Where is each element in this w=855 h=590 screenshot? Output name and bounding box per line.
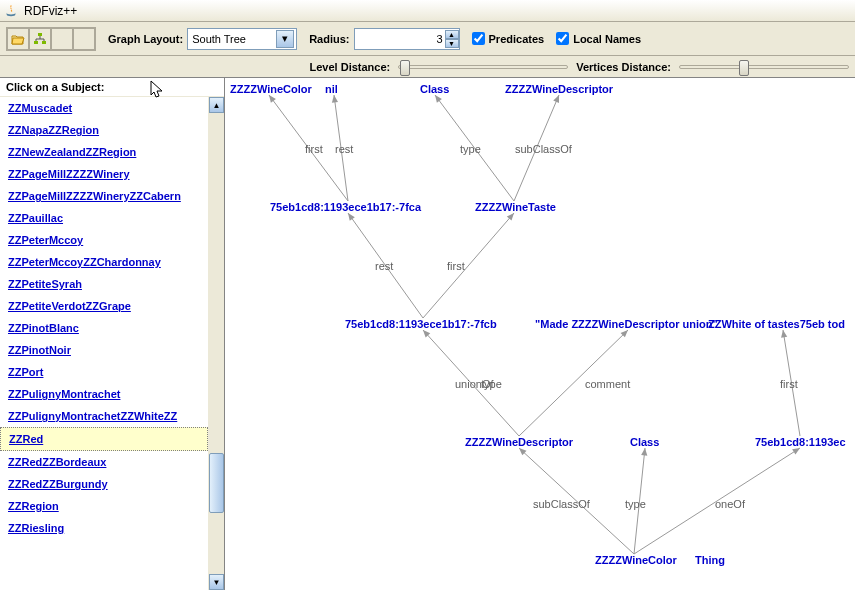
graph-node[interactable]: Class	[420, 83, 449, 95]
graph-node[interactable]: ZZZZWineColor	[595, 554, 677, 566]
radius-input[interactable]: ▲▼	[354, 28, 460, 50]
svg-rect-2	[42, 41, 46, 44]
subject-item[interactable]: ZZPort	[0, 361, 208, 383]
svg-marker-6	[332, 95, 338, 103]
svg-marker-20	[781, 330, 787, 338]
main: Click on a Subject: ZZMuscadetZZNapaZZRe…	[0, 78, 855, 590]
subject-item[interactable]: ZZPinotBlanc	[0, 317, 208, 339]
graph-layout-label: Graph Layout:	[108, 33, 183, 45]
subject-header-text: Click on a Subject:	[6, 81, 104, 93]
window-title: RDFviz++	[24, 4, 77, 18]
radius-field[interactable]	[355, 33, 445, 45]
scroll-thumb[interactable]	[209, 453, 224, 513]
localnames-check[interactable]	[556, 32, 569, 45]
subject-list[interactable]: ZZMuscadetZZNapaZZRegionZZNewZealandZZRe…	[0, 97, 208, 590]
graph-node[interactable]: 75eb1cd8:1193ece1b17:-7fca	[270, 201, 421, 213]
subject-item[interactable]: ZZPulignyMontrachet	[0, 383, 208, 405]
radius-spinner[interactable]: ▲▼	[445, 30, 459, 48]
distance-bar: Level Distance: Vertices Distance:	[0, 56, 855, 78]
subject-item[interactable]: ZZRed	[0, 427, 208, 451]
tree-icon	[34, 33, 46, 45]
scroll-down-icon[interactable]: ▼	[209, 574, 224, 590]
graph-layout-dropdown[interactable]: South Tree ▾	[187, 28, 297, 50]
subject-item[interactable]: ZZPauillac	[0, 207, 208, 229]
svg-marker-4	[269, 95, 276, 103]
edge-label: oneOf	[715, 498, 745, 510]
graph-node[interactable]: ZZZZWineDescriptor	[505, 83, 613, 95]
toolbar-empty-2[interactable]	[73, 28, 95, 50]
edge-label: first	[780, 378, 798, 390]
java-icon	[4, 4, 18, 18]
subject-panel: Click on a Subject: ZZMuscadetZZNapaZZRe…	[0, 78, 225, 590]
subject-item[interactable]: ZZPetiteSyrah	[0, 273, 208, 295]
spin-up-icon[interactable]: ▲	[445, 30, 459, 39]
subject-header: Click on a Subject:	[0, 78, 224, 97]
edge-label: type	[481, 378, 502, 390]
chevron-down-icon: ▾	[276, 30, 294, 48]
vertices-distance-label: Vertices Distance:	[576, 61, 671, 73]
scrollbar[interactable]: ▲ ▼	[208, 97, 224, 590]
graph-node[interactable]: 75eb1cd8:1193ece1b17:-7fcb	[345, 318, 497, 330]
scroll-up-icon[interactable]: ▲	[209, 97, 224, 113]
edge-label: type	[460, 143, 481, 155]
graph-node[interactable]: ZZZZWineColor	[230, 83, 312, 95]
graph-canvas[interactable]: ZZZZWineColornilClassZZZZWineDescriptor7…	[225, 78, 855, 590]
edge-label: subClassOf	[533, 498, 590, 510]
toolbar-empty-1[interactable]	[51, 28, 73, 50]
toolbar: Graph Layout: South Tree ▾ Radius: ▲▼ Pr…	[0, 22, 855, 56]
svg-marker-24	[641, 448, 647, 456]
subject-item[interactable]: ZZPetiteVerdotZZGrape	[0, 295, 208, 317]
localnames-label: Local Names	[573, 33, 641, 45]
subject-item[interactable]: ZZMuscadet	[0, 97, 208, 119]
open-button[interactable]	[7, 28, 29, 50]
subject-item[interactable]: ZZPulignyMontrachetZZWhiteZZ	[0, 405, 208, 427]
edge-label: type	[625, 498, 646, 510]
subject-item[interactable]: ZZRedZZBordeaux	[0, 451, 208, 473]
subject-item[interactable]: ZZPageMillZZZZWinery	[0, 163, 208, 185]
titlebar: RDFviz++	[0, 0, 855, 22]
svg-marker-12	[348, 213, 355, 221]
graph-node[interactable]: ZZWhite of tastes75eb tod	[708, 318, 845, 330]
graph-layout-value: South Tree	[192, 33, 272, 45]
edge-label: comment	[585, 378, 630, 390]
subject-item[interactable]: ZZNewZealandZZRegion	[0, 141, 208, 163]
subject-item[interactable]: ZZPinotNoir	[0, 339, 208, 361]
subject-item[interactable]: ZZPageMillZZZZWineryZZCabern	[0, 185, 208, 207]
edge-label: subClassOf	[515, 143, 572, 155]
graph-node[interactable]: ZZZZWineTaste	[475, 201, 556, 213]
level-distance-slider[interactable]	[398, 59, 568, 75]
subject-item[interactable]: ZZRiesling	[0, 517, 208, 539]
localnames-checkbox[interactable]: Local Names	[556, 32, 641, 45]
vertices-distance-slider[interactable]	[679, 59, 849, 75]
subject-item[interactable]: ZZRegion	[0, 495, 208, 517]
toolbar-buttons	[6, 27, 96, 51]
predicates-check[interactable]	[472, 32, 485, 45]
subject-item[interactable]: ZZNapaZZRegion	[0, 119, 208, 141]
subject-item[interactable]: ZZRedZZBurgundy	[0, 473, 208, 495]
predicates-label: Predicates	[489, 33, 545, 45]
subject-list-wrap: ZZMuscadetZZNapaZZRegionZZNewZealandZZRe…	[0, 97, 224, 590]
graph-node[interactable]: nil	[325, 83, 338, 95]
level-distance-label: Level Distance:	[310, 61, 391, 73]
edge-label: rest	[335, 143, 353, 155]
svg-marker-8	[435, 95, 442, 103]
edge-label: first	[305, 143, 323, 155]
subject-item[interactable]: ZZPeterMccoyZZChardonnay	[0, 251, 208, 273]
svg-marker-26	[792, 448, 800, 455]
svg-rect-0	[38, 33, 42, 36]
svg-rect-1	[34, 41, 38, 44]
graph-node[interactable]: ZZZZWineDescriptor	[465, 436, 573, 448]
svg-line-13	[423, 213, 514, 318]
graph-node[interactable]: "Made ZZZZWineDescriptor union"	[535, 318, 718, 330]
edge-label: rest	[375, 260, 393, 272]
radius-label: Radius:	[309, 33, 349, 45]
folder-open-icon	[11, 33, 25, 45]
subject-item[interactable]: ZZPeterMccoy	[0, 229, 208, 251]
edge-label: first	[447, 260, 465, 272]
predicates-checkbox[interactable]: Predicates	[472, 32, 545, 45]
spin-down-icon[interactable]: ▼	[445, 39, 459, 48]
graph-node[interactable]: Class	[630, 436, 659, 448]
tree-button[interactable]	[29, 28, 51, 50]
graph-node[interactable]: 75eb1cd8:1193ec	[755, 436, 846, 448]
graph-node[interactable]: Thing	[695, 554, 725, 566]
